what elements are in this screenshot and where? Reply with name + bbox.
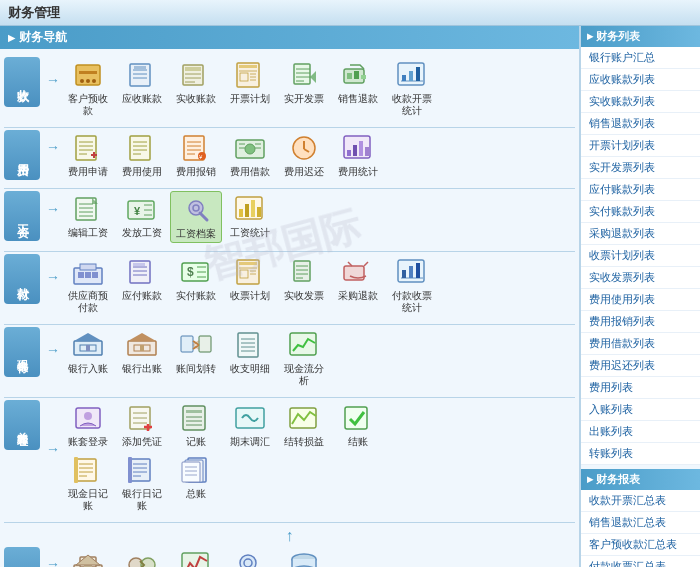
icon-label-kehuyushoukuan: 客户预收款 bbox=[64, 93, 112, 117]
icon-yinhangchu[interactable]: 银行出账 bbox=[116, 327, 168, 389]
icon-xianjinrijizhai[interactable]: 现金日记账 bbox=[62, 452, 114, 514]
sidebar-item-yingshouzhangkuan[interactable]: 应收账款列表 bbox=[581, 69, 700, 91]
icon-caigoutuikuan[interactable]: 采购退款 bbox=[332, 254, 384, 316]
icon-shikaifahuo[interactable]: 实开发票 bbox=[278, 57, 330, 119]
sidebar-item-feiyongbaoxiao[interactable]: 费用报销列表 bbox=[581, 311, 700, 333]
svg-rect-90 bbox=[80, 264, 96, 270]
icon-yinhangru[interactable]: 银行入账 bbox=[62, 327, 114, 389]
icon-label-zhangtaodenglu: 账套登录 bbox=[68, 436, 108, 448]
svg-rect-35 bbox=[409, 71, 413, 81]
sidebar-item-feiyongjiekuan[interactable]: 费用借款列表 bbox=[581, 333, 700, 355]
icon-zhangtaodenglu[interactable]: 账套登录 bbox=[62, 400, 114, 450]
icon-shouzimingxi[interactable]: 收支明细 bbox=[224, 327, 276, 389]
arrow-gudingzichan: → bbox=[46, 556, 60, 567]
icon-shishoufapiao[interactable]: 实收发票 bbox=[278, 254, 330, 316]
icon-zichanbiandong[interactable]: 资产变动 bbox=[116, 547, 168, 567]
sidebar-item-yingfuzhangkuan[interactable]: 应付账款列表 bbox=[581, 179, 700, 201]
icon-feiyongshiyong[interactable]: 费用使用 bbox=[116, 130, 168, 180]
nav-area: 财务导航 收款 → 客户预收款 bbox=[0, 26, 580, 567]
icon-yinhangrijizhai[interactable]: 银行日记账 bbox=[116, 452, 168, 514]
icon-feiyongjiekuan[interactable]: 费用借款 bbox=[224, 130, 276, 180]
svg-rect-31 bbox=[361, 75, 366, 79]
icon-xianjinliufenxi[interactable]: 现金流分析 bbox=[278, 327, 330, 389]
sidebar-item-zhuanzhang[interactable]: 转账列表 bbox=[581, 443, 700, 465]
icon-gongzidangan[interactable]: 工资档案 bbox=[170, 191, 222, 243]
icon-zhangjianhuazhuan[interactable]: 账间划转 bbox=[170, 327, 222, 389]
sidebar-item-xiaoshoutuikuan[interactable]: 销售退款列表 bbox=[581, 113, 700, 135]
sidebar-report-item-2[interactable]: 销售退款汇总表 bbox=[581, 512, 700, 534]
icon-zichandengji[interactable]: 资产登记 bbox=[62, 547, 114, 567]
sidebar-item-caigoutuikuan[interactable]: 采购退款列表 bbox=[581, 223, 700, 245]
icon-label-caigoutuikuan: 采购退款 bbox=[338, 290, 378, 302]
icon-jiezhunsunsun[interactable]: 结转损益 bbox=[278, 400, 330, 450]
icon-zichandangan[interactable]: 资产档案 bbox=[224, 547, 276, 567]
icon-feiyongbaoxiao[interactable]: ¥ 费用报销 bbox=[170, 130, 222, 180]
icon-kaipiaojihui[interactable]: 开票计划 bbox=[224, 57, 276, 119]
svg-text:$: $ bbox=[187, 265, 194, 279]
sidebar-item-shifuzhangkuan[interactable]: 实付账款列表 bbox=[581, 201, 700, 223]
icon-yingshouzhangkuan[interactable]: 应收账款 bbox=[116, 57, 168, 119]
icon-feiyongshenqing[interactable]: 费用申请 bbox=[62, 130, 114, 180]
nav-content: 收款 → 客户预收款 应收账款 bbox=[0, 49, 579, 567]
icon-label-jiezhang: 结账 bbox=[348, 436, 368, 448]
sidebar-item-shoupiaojihui[interactable]: 收票计划列表 bbox=[581, 245, 700, 267]
icon-kehuyushoukuan[interactable]: 客户预收款 bbox=[62, 57, 114, 119]
sidebar-item-feiyongchihuan[interactable]: 费用迟还列表 bbox=[581, 355, 700, 377]
icon-label-yinhangru: 银行入账 bbox=[68, 363, 108, 375]
sidebar-report-item-3[interactable]: 客户预收款汇总表 bbox=[581, 534, 700, 556]
sidebar-item-feiyongshiyong[interactable]: 费用使用列表 bbox=[581, 289, 700, 311]
icon-yingfuzhangkuan[interactable]: 应付账款 bbox=[116, 254, 168, 316]
icon-shifuzhangkuan[interactable]: $ 实付账款 bbox=[170, 254, 222, 316]
sidebar-report-item-1[interactable]: 收款开票汇总表 bbox=[581, 490, 700, 512]
svg-rect-120 bbox=[416, 263, 420, 278]
icon-feiyongtongji[interactable]: 费用统计 bbox=[332, 130, 384, 180]
icon-zichanzheijiu[interactable]: 资产折旧 bbox=[170, 547, 222, 567]
icon-group-zhanghu-row1: 账套登录 添加凭证 bbox=[62, 400, 384, 450]
svg-rect-153 bbox=[76, 459, 96, 481]
sidebar-item-yinhangzhanghu[interactable]: 银行账户汇总 bbox=[581, 47, 700, 69]
svg-rect-87 bbox=[251, 200, 255, 217]
sidebar-item-shikaifahuo[interactable]: 实开发票列表 bbox=[581, 157, 700, 179]
icon-gongyingshang[interactable]: 供应商预付款 bbox=[62, 254, 114, 316]
svg-rect-44 bbox=[130, 136, 150, 160]
icon-gongzitongji[interactable]: 工资统计 bbox=[224, 191, 276, 243]
icon-label-jizhang: 记账 bbox=[186, 436, 206, 448]
arrow-feiyong: → bbox=[46, 139, 60, 171]
icon-bianjigongzi[interactable]: 编辑工资 bbox=[62, 191, 114, 243]
icon-shishouzhangkuan[interactable]: 实收账款 bbox=[170, 57, 222, 119]
icon-zichantaizhang[interactable]: 资产台账 bbox=[278, 547, 330, 567]
icon-zongzhang[interactable]: 总账 bbox=[170, 452, 222, 514]
icon-shoukuantongji[interactable]: 收款开票统计 bbox=[386, 57, 438, 119]
icon-tianjiapingzheng[interactable]: 添加凭证 bbox=[116, 400, 168, 450]
svg-line-82 bbox=[200, 213, 207, 220]
sidebar-item-ruzhang[interactable]: 入账列表 bbox=[581, 399, 700, 421]
sidebar-item-feiyong[interactable]: 费用列表 bbox=[581, 377, 700, 399]
icon-feiyongchihuan[interactable]: 费用迟还 bbox=[278, 130, 330, 180]
icon-group-gongzi: 编辑工资 ¥ 发放工资 工资档案 bbox=[62, 191, 276, 243]
icon-qimotiaohui[interactable]: 期末调汇 bbox=[224, 400, 276, 450]
svg-rect-129 bbox=[181, 336, 193, 352]
icon-shoupiaojihui[interactable]: 收票计划 bbox=[224, 254, 276, 316]
icon-label-yingshouzhangkuan: 应收账款 bbox=[122, 93, 162, 105]
svg-marker-126 bbox=[128, 333, 156, 341]
icon-fafahgongzi[interactable]: ¥ 发放工资 bbox=[116, 191, 168, 243]
icon-label-fafahgongzi: 发放工资 bbox=[122, 227, 162, 239]
cat-label-zhanghu: 总账管理 bbox=[4, 400, 40, 450]
icon-group-zhanghu-row2: 现金日记账 银行日记账 bbox=[62, 452, 384, 514]
icon-jiezhang[interactable]: 结账 bbox=[332, 400, 384, 450]
sidebar-item-shishouzhangkuan[interactable]: 实收账款列表 bbox=[581, 91, 700, 113]
sidebar-item-shishoufapiao[interactable]: 实收发票列表 bbox=[581, 267, 700, 289]
icon-fukuantongji[interactable]: 付款收票统计 bbox=[386, 254, 438, 316]
divider-4 bbox=[4, 324, 575, 325]
svg-rect-34 bbox=[402, 75, 406, 81]
sidebar-item-chuzhang[interactable]: 出账列表 bbox=[581, 421, 700, 443]
icon-jizhang[interactable]: 记账 bbox=[170, 400, 222, 450]
sidebar-item-kaipiaojihui[interactable]: 开票计划列表 bbox=[581, 135, 700, 157]
sidebar-report-item-4[interactable]: 付款收票汇总表 bbox=[581, 556, 700, 567]
icon-xiaoshoutuikuan[interactable]: 销售退款 bbox=[332, 57, 384, 119]
icon-label-zongzhang: 总账 bbox=[186, 488, 206, 500]
category-row-fukuan: 付款 → 供应商预付款 应付账款 bbox=[4, 254, 575, 316]
svg-rect-69 bbox=[365, 147, 369, 156]
svg-point-57 bbox=[245, 144, 255, 154]
svg-rect-16 bbox=[239, 65, 257, 68]
